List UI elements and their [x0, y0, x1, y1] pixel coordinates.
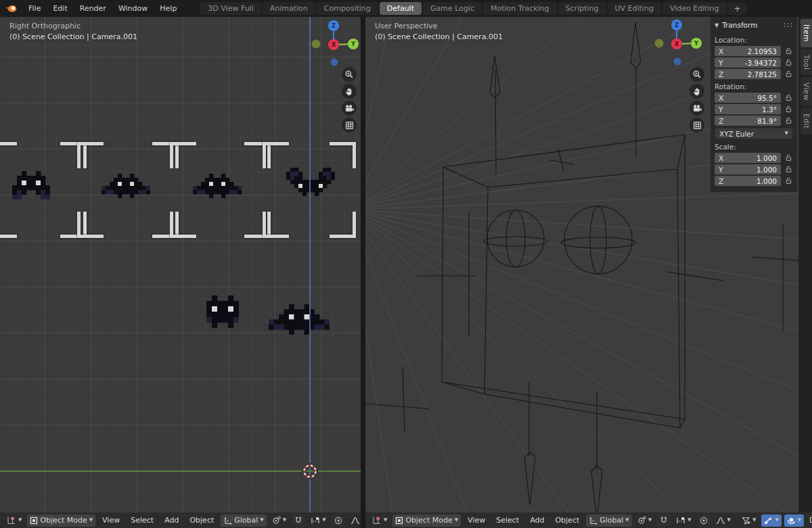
workspace-tab-scripting[interactable]: Scripting: [558, 2, 606, 15]
chevron-down-icon: ▼: [283, 518, 286, 523]
viewport-menu-select[interactable]: Select: [492, 516, 523, 525]
viewport-right-canvas[interactable]: User Perspective (0) Scene Collection | …: [365, 17, 812, 512]
axis-label: Y: [719, 105, 729, 114]
add-workspace-button[interactable]: +: [728, 3, 747, 15]
proportional-edit-button[interactable]: [697, 514, 710, 527]
menu-help[interactable]: Help: [154, 2, 183, 15]
overlays-button[interactable]: ▼: [739, 514, 759, 527]
viewport-menu-select[interactable]: Select: [127, 516, 158, 525]
unlock-icon[interactable]: [784, 154, 793, 162]
workspace-tab-game-logic[interactable]: Game Logic: [423, 2, 482, 15]
menu-edit[interactable]: Edit: [47, 2, 73, 15]
viewport-menu-view[interactable]: View: [98, 516, 124, 525]
bat-object[interactable]: [193, 174, 242, 201]
transform-panel-body: Location:X2.10953Y-3.94372Z2.78125Rotati…: [715, 36, 793, 186]
frame-corner-bl: [170, 212, 196, 238]
bat-object[interactable]: [286, 168, 335, 199]
viewport-menu-add[interactable]: Add: [526, 516, 548, 525]
nav-zoom-button[interactable]: [342, 67, 357, 82]
menu-render[interactable]: Render: [74, 2, 112, 15]
axis-label: X: [719, 154, 729, 162]
rotation-mode-value: XYZ Euler: [719, 130, 754, 138]
nav-hand-button[interactable]: [342, 84, 357, 99]
workspace-tab-video-editing[interactable]: Video Editing: [662, 2, 727, 15]
value-field[interactable]: Y-3.94372: [715, 57, 781, 68]
chevron-down-icon: ▼: [687, 518, 691, 523]
unlock-icon[interactable]: [784, 94, 793, 101]
snap-target-button[interactable]: ▼: [308, 514, 328, 527]
workspace-tab-animation[interactable]: Animation: [263, 2, 315, 15]
bat-object[interactable]: [206, 295, 239, 331]
value-field[interactable]: Y1.000: [715, 164, 781, 174]
zoom-icon: [692, 70, 702, 79]
mode-dropdown[interactable]: Object Mode▼: [392, 514, 461, 527]
nav-grid-button[interactable]: [342, 118, 357, 133]
value-field[interactable]: Y1.3°: [715, 104, 781, 114]
mode-dropdown[interactable]: Object Mode▼: [27, 514, 95, 527]
orbit-toggle-button[interactable]: ▼: [784, 514, 804, 527]
value-field[interactable]: Z1.000: [715, 176, 781, 186]
unlock-icon[interactable]: [784, 117, 793, 124]
chevron-down-icon: ▼: [260, 518, 263, 523]
proportional-edit-button[interactable]: [332, 514, 345, 527]
axis-neg-z-ball: [674, 58, 681, 66]
transform-row: Z81.9°: [715, 116, 793, 126]
snap-toggle-button[interactable]: [657, 514, 671, 527]
editor-type-button[interactable]: ▼: [4, 514, 24, 527]
unlock-icon[interactable]: [784, 166, 793, 173]
bat-object[interactable]: [269, 304, 330, 337]
value-field[interactable]: X1.000: [715, 153, 781, 163]
workspace-tab-compositing[interactable]: Compositing: [317, 2, 378, 15]
value-field[interactable]: X2.10953: [715, 46, 781, 56]
unlock-icon[interactable]: [784, 177, 793, 185]
viewport-menu-add[interactable]: Add: [160, 516, 183, 525]
value-field[interactable]: X95.5°: [715, 93, 781, 103]
menu-window[interactable]: Window: [112, 2, 154, 15]
viewport-menu-object[interactable]: Object: [551, 516, 583, 525]
rotation-mode-dropdown[interactable]: XYZ Euler▼: [715, 128, 793, 139]
snap-toggle-button[interactable]: [292, 514, 305, 527]
workspace-tab-default[interactable]: Default: [380, 2, 422, 15]
sidebar-tab-tool[interactable]: Tool: [800, 49, 812, 75]
drag-grip-icon[interactable]: [783, 22, 793, 28]
pivot-point-button[interactable]: ▼: [269, 514, 289, 527]
falloff-button[interactable]: ▼: [713, 514, 734, 527]
value-field[interactable]: Z81.9°: [715, 116, 781, 126]
nav-hand-button[interactable]: [690, 84, 704, 99]
workspace-tab-3d-view-full[interactable]: 3D View Full: [200, 2, 261, 15]
viewport-menu-object[interactable]: Object: [185, 516, 218, 525]
chevron-down-icon: ▼: [752, 518, 756, 523]
sidebar-tab-item[interactable]: Item: [800, 19, 812, 47]
workspace-tabs: 3D View FullAnimationCompositingDefaultG…: [200, 2, 746, 15]
unlock-icon[interactable]: [784, 47, 793, 55]
snap-target-button[interactable]: ▼: [673, 514, 694, 527]
sidebar-tab-view[interactable]: View: [800, 77, 812, 106]
navigation-gizmo[interactable]: ZYX: [309, 20, 360, 74]
transform-panel-header[interactable]: ▼ Transform: [715, 20, 793, 32]
bat-object[interactable]: [102, 174, 150, 201]
viewport-menu-view[interactable]: View: [464, 516, 489, 525]
orientation-dropdown[interactable]: Global▼: [586, 514, 631, 527]
nav-camera-button[interactable]: [690, 101, 704, 116]
unlock-icon[interactable]: [784, 70, 793, 78]
unlock-icon[interactable]: [784, 59, 793, 66]
xray-toggle-button[interactable]: [807, 514, 812, 527]
editor-type-button[interactable]: ▼: [369, 514, 390, 527]
gizmo-toggle-button[interactable]: ▼: [761, 514, 781, 527]
sidebar-tab-edit[interactable]: Edit: [800, 108, 812, 134]
menu-file[interactable]: File: [22, 2, 47, 15]
nav-zoom-button[interactable]: [690, 67, 704, 82]
navigation-gizmo[interactable]: ZYX: [652, 19, 703, 73]
nav-camera-button[interactable]: [342, 101, 357, 116]
workspace-tab-uv-editing[interactable]: UV Editing: [608, 2, 661, 15]
nav-grid-button[interactable]: [690, 118, 704, 133]
value-field[interactable]: Z2.78125: [715, 69, 781, 79]
pivot-point-button[interactable]: ▼: [635, 514, 654, 527]
unlock-icon[interactable]: [784, 105, 793, 113]
blender-logo-icon[interactable]: [5, 4, 17, 14]
viewport-left-canvas[interactable]: Right Orthographic (0) Scene Collection …: [0, 17, 361, 512]
orientation-dropdown[interactable]: Global▼: [221, 514, 266, 527]
workspace-tab-motion-tracking[interactable]: Motion Tracking: [483, 2, 557, 15]
bat-object[interactable]: [12, 171, 50, 202]
falloff-button[interactable]: ▼: [348, 514, 361, 527]
